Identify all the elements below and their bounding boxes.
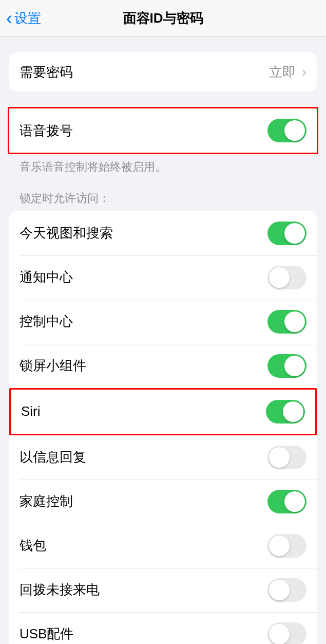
back-button[interactable]: ‹ 设置: [0, 9, 41, 28]
voice-dial-toggle[interactable]: [267, 119, 306, 142]
lock-item-label: 控制中心: [20, 312, 73, 330]
lock-item-toggle[interactable]: [267, 446, 306, 469]
lock-item-toggle[interactable]: [267, 490, 306, 513]
page-title: 面容ID与密码: [123, 9, 203, 27]
voice-dial-label: 语音拨号: [20, 122, 73, 140]
lock-item-row: 今天视图和搜索: [9, 211, 317, 255]
toggle-knob: [269, 580, 290, 600]
passcode-group: 需要密码 立即 ›: [9, 52, 317, 91]
lock-item-row: 锁屏小组件: [9, 344, 317, 388]
require-passcode-value-wrap: 立即 ›: [269, 63, 306, 81]
lock-access-group: 今天视图和搜索通知中心控制中心锁屏小组件Siri以信息回复家庭控制钱包回拨未接来…: [9, 211, 317, 644]
toggle-knob: [269, 536, 290, 556]
lock-item-label: USB配件: [20, 625, 73, 643]
toggle-knob: [269, 624, 290, 644]
require-passcode-row[interactable]: 需要密码 立即 ›: [9, 52, 317, 91]
lock-item-row: 家庭控制: [9, 480, 317, 524]
lock-item-label: Siri: [21, 403, 41, 419]
nav-header: ‹ 设置 面容ID与密码: [0, 0, 326, 37]
siri-highlight: Siri: [9, 388, 317, 435]
lock-item-toggle[interactable]: [267, 266, 306, 289]
lock-item-label: 通知中心: [20, 268, 73, 286]
lock-item-row: Siri: [11, 390, 315, 434]
lock-section-header: 锁定时允许访问：: [9, 175, 317, 211]
voice-dial-footer: 音乐语音控制将始终被启用。: [9, 154, 317, 175]
lock-item-label: 回拨未接来电: [20, 581, 100, 599]
lock-item-row: 钱包: [9, 524, 317, 568]
lock-item-row: 回拨未接来电: [9, 568, 317, 612]
toggle-knob: [269, 447, 290, 468]
back-label: 设置: [14, 9, 41, 27]
lock-item-label: 锁屏小组件: [20, 357, 86, 375]
lock-item-toggle[interactable]: [267, 354, 306, 378]
lock-item-toggle[interactable]: [267, 534, 306, 558]
toggle-knob: [283, 401, 303, 422]
chevron-left-icon: ‹: [6, 9, 12, 28]
lock-item-toggle[interactable]: [267, 222, 306, 245]
toggle-knob: [269, 267, 290, 288]
toggle-knob: [284, 223, 305, 244]
lock-item-label: 钱包: [20, 537, 46, 555]
lock-item-row: 以信息回复: [9, 435, 317, 480]
lock-item-label: 今天视图和搜索: [20, 224, 113, 242]
toggle-knob: [284, 311, 305, 332]
toggle-knob: [284, 491, 305, 512]
lock-item-toggle[interactable]: [267, 622, 306, 644]
lock-item-toggle[interactable]: [267, 578, 306, 602]
lock-item-toggle[interactable]: [266, 400, 305, 424]
voice-dial-highlight: 语音拨号: [8, 107, 318, 154]
lock-item-toggle[interactable]: [267, 310, 306, 334]
chevron-right-icon: ›: [302, 64, 306, 80]
require-passcode-value: 立即: [269, 63, 296, 81]
toggle-knob: [284, 120, 305, 141]
lock-item-label: 以信息回复: [20, 448, 86, 466]
lock-item-row: USB配件: [9, 612, 317, 644]
lock-item-row: 控制中心: [9, 300, 317, 344]
lock-item-label: 家庭控制: [20, 492, 73, 510]
voice-dial-row: 语音拨号: [9, 108, 317, 153]
lock-item-row: 通知中心: [9, 255, 317, 300]
require-passcode-label: 需要密码: [20, 63, 73, 81]
toggle-knob: [284, 356, 305, 376]
voice-dial-group: 语音拨号: [9, 108, 317, 153]
